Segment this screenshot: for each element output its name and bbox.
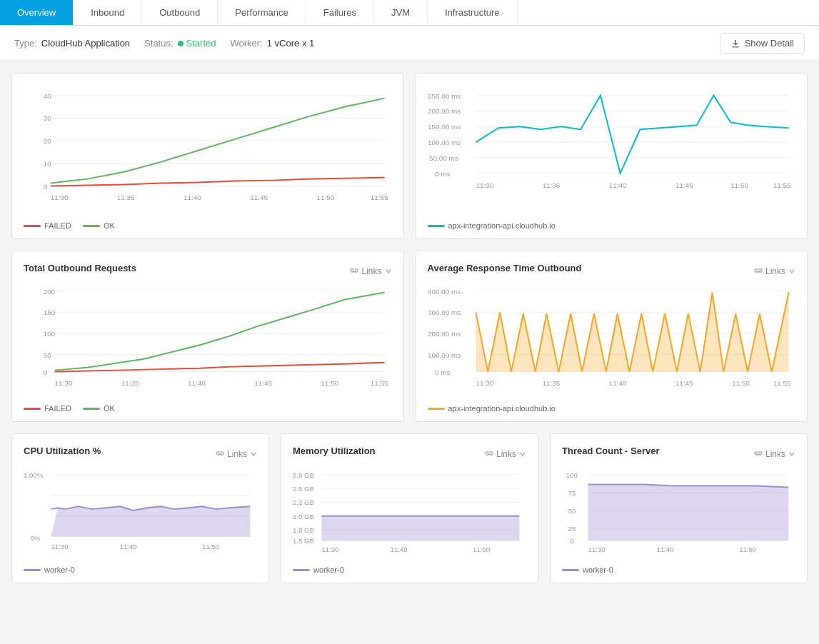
svg-text:11:45: 11:45	[675, 181, 693, 189]
svg-text:0 ms: 0 ms	[434, 170, 450, 178]
avg-response-outbound-card: Average Response Time Outbound Links 400…	[416, 251, 808, 422]
tab-failures[interactable]: Failures	[306, 0, 374, 25]
outbound-links-btn[interactable]: Links	[350, 266, 391, 276]
svg-text:11:50: 11:50	[739, 545, 756, 553]
cpu-links-btn[interactable]: Links	[216, 449, 257, 459]
chevron-down-icon-2	[788, 268, 795, 275]
outbound-header: Total Outbound Requests Links	[24, 263, 392, 279]
svg-text:2.8 GB: 2.8 GB	[293, 471, 314, 479]
svg-text:150: 150	[44, 308, 56, 316]
avg-outbound-links-btn[interactable]: Links	[754, 266, 795, 276]
worker-label: Worker:	[231, 38, 263, 49]
tab-outbound[interactable]: Outbound	[142, 0, 218, 25]
nav-tabs: Overview Inbound Outbound Performance Fa…	[0, 0, 819, 26]
ok-legend-label: OK	[104, 221, 115, 230]
svg-text:11:50: 11:50	[473, 545, 490, 553]
inbound-legend: FAILED OK	[24, 221, 392, 230]
show-detail-button[interactable]: Show Detail	[720, 33, 805, 54]
svg-text:25: 25	[568, 525, 576, 533]
outbound-legend: FAILED OK	[24, 404, 392, 413]
cpu-title: CPU Utilization %	[24, 446, 101, 456]
svg-text:1.8 GB: 1.8 GB	[293, 526, 314, 534]
svg-text:11:30: 11:30	[55, 379, 73, 387]
status-value: Started	[186, 38, 216, 49]
chevron-down-icon	[385, 268, 392, 275]
cpu-legend: worker-0	[24, 565, 257, 574]
tab-infrastructure[interactable]: Infrastructure	[428, 0, 518, 25]
response-inbound-legend: apx-integration-api.cloudhub.io	[428, 221, 796, 230]
avg-response-outbound-title: Average Response Time Outbound	[428, 263, 582, 273]
memory-legend: worker-0	[293, 565, 526, 574]
svg-text:50: 50	[44, 351, 52, 359]
memory-card: Memory Utilization Links 2.8 GB 2.5 GB 2…	[281, 433, 538, 583]
svg-text:11:55: 11:55	[371, 193, 388, 201]
avg-response-inbound-card: 250.00 ms 200.00 ms 150.00 ms 100.00 ms …	[416, 73, 808, 239]
tab-overview[interactable]: Overview	[0, 0, 74, 25]
svg-text:11:55: 11:55	[773, 181, 790, 189]
failed-legend-dot	[24, 225, 41, 227]
svg-text:2.0 GB: 2.0 GB	[293, 513, 314, 520]
svg-text:400.00 ms: 400.00 ms	[428, 288, 461, 296]
svg-text:100: 100	[44, 330, 56, 338]
svg-text:30: 30	[44, 114, 52, 122]
memory-header: Memory Utilization Links	[293, 446, 526, 462]
svg-marker-104	[588, 484, 789, 540]
memory-title: Memory Utilization	[293, 446, 376, 456]
chevron-down-icon-5	[788, 451, 795, 458]
thread-card: Thread Count - Server Links 100 75 50 25…	[550, 433, 808, 583]
thread-title: Thread Count - Server	[562, 446, 660, 456]
svg-text:11:50: 11:50	[202, 543, 219, 550]
svg-text:250.00 ms: 250.00 ms	[428, 92, 461, 100]
svg-text:10: 10	[44, 160, 52, 168]
svg-text:11:40: 11:40	[608, 181, 626, 189]
svg-text:11:35: 11:35	[542, 181, 560, 189]
svg-text:200.00 ms: 200.00 ms	[428, 330, 461, 338]
outbound-response-legend: apx-integration-api.cloudhub.io	[428, 404, 796, 413]
svg-text:11:50: 11:50	[321, 379, 338, 387]
avg-response-outbound-header: Average Response Time Outbound Links	[428, 263, 796, 279]
link-icon-5	[754, 450, 763, 458]
svg-text:0%: 0%	[31, 534, 41, 542]
inbound-requests-card: 40 30 20 10 0 11:30	[11, 73, 404, 239]
svg-text:11:50: 11:50	[730, 181, 748, 189]
content-area: 40 30 20 10 0 11:30	[0, 61, 819, 595]
svg-marker-74	[51, 506, 250, 536]
tab-performance[interactable]: Performance	[218, 0, 306, 25]
link-icon-2	[754, 267, 763, 276]
cpu-card: CPU Utilization % Links 1.00% 0%	[11, 433, 269, 583]
svg-text:0: 0	[44, 368, 48, 376]
thread-links-btn[interactable]: Links	[754, 449, 795, 459]
row-3: CPU Utilization % Links 1.00% 0%	[11, 433, 808, 583]
svg-text:300.00 ms: 300.00 ms	[428, 308, 461, 316]
outbound-requests-card: Total Outbound Requests Links 200 150 10…	[11, 251, 404, 422]
svg-text:11:55: 11:55	[371, 379, 388, 387]
svg-text:0 ms: 0 ms	[434, 368, 450, 376]
link-icon-3	[216, 450, 224, 458]
svg-marker-90	[321, 516, 519, 541]
svg-text:40: 40	[44, 92, 52, 100]
svg-text:100.00 ms: 100.00 ms	[428, 351, 461, 359]
memory-links-btn[interactable]: Links	[485, 449, 526, 459]
svg-text:2.5 GB: 2.5 GB	[293, 485, 314, 493]
tab-jvm[interactable]: JVM	[374, 0, 428, 25]
outbound-title: Total Outbound Requests	[24, 263, 136, 273]
svg-text:11:45: 11:45	[254, 379, 272, 387]
svg-text:11:35: 11:35	[121, 379, 139, 387]
svg-text:11:40: 11:40	[391, 545, 408, 553]
svg-text:11:30: 11:30	[321, 545, 338, 553]
link-icon-4	[485, 450, 493, 458]
svg-text:1.00%: 1.00%	[24, 471, 44, 479]
type-value: CloudHub Application	[41, 38, 130, 49]
svg-text:11:35: 11:35	[542, 379, 560, 387]
type-label: Type:	[14, 38, 37, 49]
svg-text:75: 75	[568, 489, 576, 497]
tab-inbound[interactable]: Inbound	[74, 0, 142, 25]
download-icon	[730, 39, 740, 49]
svg-text:200: 200	[44, 288, 56, 296]
svg-text:100: 100	[566, 471, 578, 479]
status-label: Status:	[144, 38, 173, 49]
svg-text:100.00 ms: 100.00 ms	[428, 139, 461, 146]
svg-text:11:50: 11:50	[732, 379, 750, 387]
svg-text:0: 0	[44, 183, 48, 191]
row-2: Total Outbound Requests Links 200 150 10…	[11, 251, 808, 422]
